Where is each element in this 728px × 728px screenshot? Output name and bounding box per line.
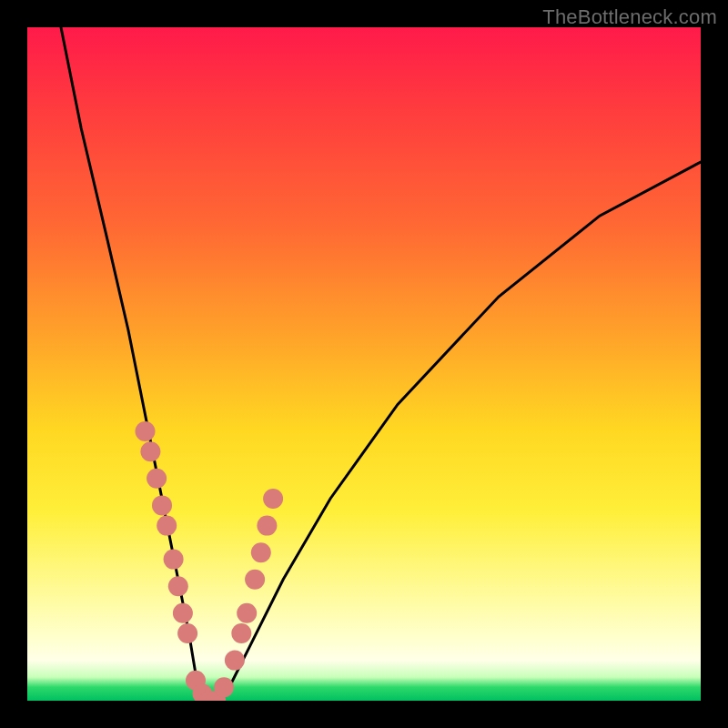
data-point xyxy=(214,677,234,697)
watermark-text: TheBottleneck.com xyxy=(542,5,717,29)
data-point xyxy=(257,516,277,536)
data-point xyxy=(231,623,251,643)
marker-group xyxy=(136,421,284,701)
bottleneck-curve xyxy=(61,27,701,701)
data-point xyxy=(157,516,177,536)
data-point xyxy=(245,570,265,590)
data-point xyxy=(173,603,193,623)
data-point xyxy=(147,469,167,489)
data-point xyxy=(251,542,271,562)
data-point xyxy=(237,603,257,623)
data-point xyxy=(177,623,197,643)
data-point xyxy=(225,651,245,671)
data-point xyxy=(152,495,172,515)
chart-plot-area xyxy=(27,27,701,701)
curve-group xyxy=(61,27,701,701)
bottleneck-curve-svg xyxy=(27,27,701,701)
data-point xyxy=(140,441,160,461)
data-point xyxy=(164,550,184,570)
chart-frame: TheBottleneck.com xyxy=(0,0,728,728)
data-point xyxy=(168,576,188,596)
data-point xyxy=(136,421,156,441)
data-point xyxy=(263,489,283,509)
